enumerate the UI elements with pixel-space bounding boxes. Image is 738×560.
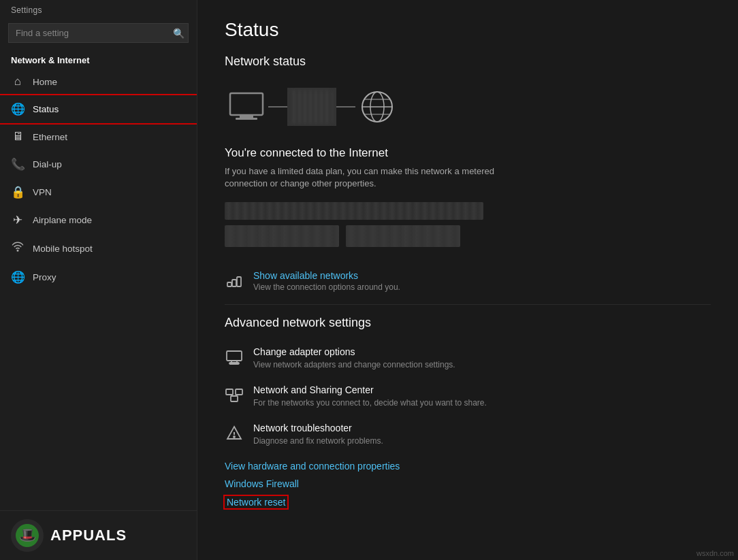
sidebar-item-label-airplane: Airplane mode [33,215,92,225]
sidebar-item-label-status: Status [33,104,59,114]
change-adapter-item: Change adapter options View network adap… [225,340,711,378]
troubleshooter-item: Network troubleshooter Diagnose and fix … [225,416,711,454]
troubleshooter-icon [225,424,244,443]
network-info-area [225,202,711,247]
sidebar-search-container: 🔍 [8,23,189,43]
diagram-router [287,88,336,126]
svg-rect-13 [237,277,241,286]
sidebar-item-label-dialup: Dial-up [33,159,62,169]
svg-rect-11 [227,282,231,286]
page-title: Status [225,19,711,41]
hardware-properties-link[interactable]: View hardware and connection properties [225,461,711,472]
network-reset-link[interactable]: Network reset [225,496,287,508]
show-networks-link[interactable]: Show available networks [253,270,400,281]
sidebar-item-ethernet[interactable]: 🖥 Ethernet [0,123,197,150]
svg-text:🎩: 🎩 [19,527,36,543]
network-diagram [225,80,711,134]
change-adapter-title[interactable]: Change adapter options [253,346,455,357]
windows-firewall-link[interactable]: Windows Firewall [225,478,711,489]
sharing-center-sub: For the networks you connect to, decide … [253,397,487,409]
brand-text: APPUALS [50,527,127,544]
change-adapter-sub: View network adapters and change connect… [253,359,455,371]
blurred-button-row [225,225,711,247]
ethernet-icon: 🖥 [11,130,25,144]
diagram-line-1 [268,106,287,108]
airplane-icon: ✈ [11,213,25,227]
connected-sub: If you have a limited data plan, you can… [225,165,524,190]
svg-rect-4 [240,115,253,118]
svg-rect-18 [236,389,242,395]
sidebar-category-label: Network & Internet [0,50,197,68]
dialup-icon: 📞 [11,157,25,171]
svg-rect-14 [227,351,242,361]
hotspot-icon [11,241,25,257]
svg-line-20 [229,395,234,396]
show-networks-icon [225,271,244,291]
change-adapter-icon [225,348,244,367]
sharing-center-item: Network and Sharing Center For the netwo… [225,378,711,416]
diagram-computer-icon [225,89,268,125]
diagram-globe-icon [355,89,399,125]
sidebar-item-label-home: Home [33,77,57,87]
network-status-title: Network status [225,54,711,69]
sidebar-item-home[interactable]: ⌂ Home [0,68,197,95]
troubleshooter-text: Network troubleshooter Diagnose and fix … [253,423,383,447]
troubleshooter-sub: Diagnose and fix network problems. [253,435,383,447]
show-networks-text: Show available networks View the connect… [253,270,400,292]
proxy-icon: 🌐 [11,270,25,284]
show-networks-sub: View the connection options around you. [253,282,400,292]
sidebar-item-hotspot[interactable]: Mobile hotspot [0,234,197,263]
main-content: Status Network status [197,0,738,560]
home-icon: ⌂ [11,75,25,88]
vpn-icon: 🔒 [11,185,25,199]
svg-rect-12 [232,280,236,286]
divider-1 [225,304,711,305]
svg-rect-5 [236,118,257,120]
sidebar-item-label-ethernet: Ethernet [33,132,67,142]
troubleshooter-title[interactable]: Network troubleshooter [253,423,383,433]
svg-point-0 [17,250,18,252]
svg-rect-17 [226,389,233,395]
svg-rect-3 [230,93,263,115]
change-adapter-text: Change adapter options View network adap… [253,346,455,371]
show-networks-item: Show available networks View the connect… [225,263,711,299]
diagram-line-2 [336,106,355,108]
sidebar-footer: 🎩 APPUALS [0,510,197,560]
svg-point-24 [234,436,235,438]
sidebar-item-status[interactable]: 🌐 Status [0,95,197,123]
sidebar: Settings 🔍 Network & Internet ⌂ Home 🌐 S… [0,0,197,560]
sharing-center-text: Network and Sharing Center For the netwo… [253,384,487,409]
search-icon[interactable]: 🔍 [173,28,184,39]
sidebar-item-dialup[interactable]: 📞 Dial-up [0,150,197,178]
sharing-center-icon [225,386,244,405]
sidebar-item-label-vpn: VPN [33,187,52,197]
blurred-btn-1[interactable] [225,225,339,247]
svg-rect-16 [229,363,239,364]
svg-line-21 [234,395,239,396]
sidebar-item-airplane[interactable]: ✈ Airplane mode [0,206,197,234]
brand-logo: 🎩 [11,519,44,552]
search-input[interactable] [8,23,189,43]
sidebar-item-vpn[interactable]: 🔒 VPN [0,178,197,206]
sidebar-item-label-proxy: Proxy [33,272,57,282]
sidebar-header: Settings [0,0,197,19]
sidebar-item-proxy[interactable]: 🌐 Proxy [0,263,197,291]
blurred-btn-2[interactable] [346,225,460,247]
sidebar-item-label-hotspot: Mobile hotspot [33,244,93,254]
advanced-title: Advanced network settings [225,316,711,330]
sidebar-nav: ⌂ Home 🌐 Status 🖥 Ethernet 📞 Dial-up 🔒 V… [0,68,197,510]
svg-rect-19 [231,396,238,401]
connected-text: You're connected to the Internet [225,146,711,160]
status-globe-icon: 🌐 [11,102,25,116]
blurred-info-bar [225,202,483,220]
sharing-center-title[interactable]: Network and Sharing Center [253,384,487,395]
